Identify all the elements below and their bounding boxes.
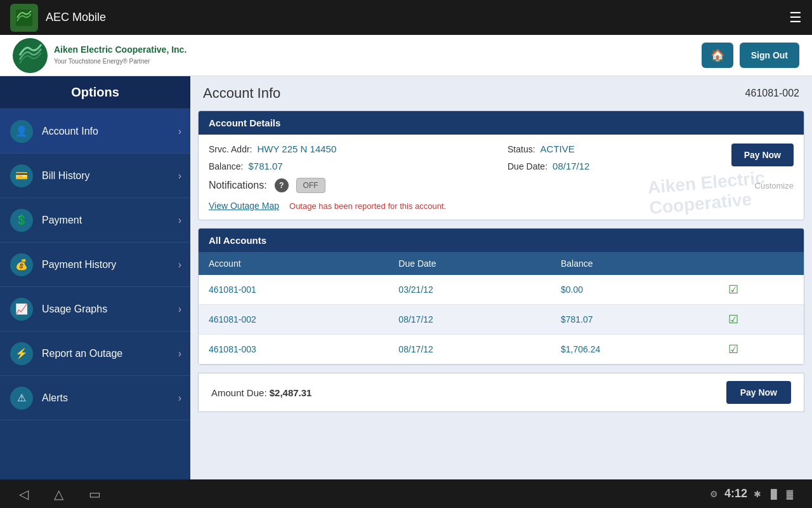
chevron-right-icon: › bbox=[178, 126, 181, 137]
checkbox-icon: ☑ bbox=[728, 283, 738, 296]
content-area: Account Info 461081-002 Account Details … bbox=[190, 76, 812, 479]
company-name: Aiken Electric Cooperative, Inc. Your To… bbox=[54, 44, 187, 67]
detail-grid: Srvc. Addr: HWY 225 N 14450 Status: ACTI… bbox=[209, 144, 794, 171]
balance-row: Balance: $781.07 bbox=[209, 161, 495, 171]
chevron-right-icon: › bbox=[178, 170, 181, 182]
due-date-label: Due Date: bbox=[508, 161, 547, 171]
check-2: ☑ bbox=[718, 305, 804, 335]
account-id-1[interactable]: 461081-001 bbox=[199, 275, 388, 305]
logo-area: Aiken Electric Cooperative, Inc. Your To… bbox=[13, 38, 187, 73]
balance-2: $781.07 bbox=[551, 305, 718, 335]
sidebar-label-bill-history: Bill History bbox=[42, 170, 90, 182]
check-1: ☑ bbox=[718, 275, 804, 305]
notifications-row: Notifications: ? OFF Customize bbox=[209, 178, 794, 193]
due-date-value: 08/17/12 bbox=[553, 161, 589, 171]
notifications-label: Notifications: bbox=[209, 180, 267, 191]
payment-icon: 💲 bbox=[10, 209, 33, 232]
checkbox-icon: ☑ bbox=[728, 313, 738, 326]
all-accounts-card: All Accounts Account Due Date Balance 46… bbox=[198, 228, 804, 365]
due-date-3: 08/17/12 bbox=[388, 335, 551, 364]
sidebar-heading: Options bbox=[0, 76, 190, 109]
alerts-icon: ⚠ bbox=[10, 387, 33, 410]
help-icon[interactable]: ? bbox=[275, 178, 289, 192]
chevron-right-icon: › bbox=[178, 348, 181, 359]
chevron-right-icon: › bbox=[178, 304, 181, 315]
account-number: 461081-002 bbox=[745, 88, 799, 99]
pay-now-button-card[interactable]: Pay Now bbox=[731, 144, 794, 166]
srvc-addr-label: Srvc. Addr: bbox=[209, 144, 252, 154]
table-row: 461081-001 03/21/12 $0.00 ☑ bbox=[199, 275, 804, 305]
sidebar-item-report-outage[interactable]: ⚡ Report an Outage › bbox=[0, 331, 190, 376]
page-title: Account Info bbox=[203, 85, 280, 102]
table-row: 461081-003 08/17/12 $1,706.24 ☑ bbox=[199, 335, 804, 364]
checkbox-icon: ☑ bbox=[728, 343, 738, 356]
col-account: Account bbox=[199, 252, 388, 275]
balance-value: $781.07 bbox=[248, 161, 282, 171]
srvc-addr-value: HWY 225 N 14450 bbox=[257, 144, 336, 154]
sidebar-label-payment-history: Payment History bbox=[42, 259, 116, 271]
sidebar-label-alerts: Alerts bbox=[42, 392, 68, 404]
main-layout: Options 👤 Account Info › 💳 Bill History … bbox=[0, 76, 812, 479]
bluetooth-icon: ✱ bbox=[754, 489, 761, 499]
sidebar: Options 👤 Account Info › 💳 Bill History … bbox=[0, 76, 190, 479]
home-button[interactable]: 🏠 bbox=[702, 43, 733, 68]
report-outage-icon: ⚡ bbox=[10, 342, 33, 365]
table-header-row: Account Due Date Balance bbox=[199, 252, 804, 275]
balance-1: $0.00 bbox=[551, 275, 718, 305]
signout-button[interactable]: Sign Out bbox=[740, 43, 799, 68]
sidebar-item-bill-history[interactable]: 💳 Bill History › bbox=[0, 154, 190, 198]
sidebar-item-alerts[interactable]: ⚠ Alerts › bbox=[0, 376, 190, 420]
sidebar-item-payment[interactable]: 💲 Payment › bbox=[0, 198, 190, 243]
srvc-addr-row: Srvc. Addr: HWY 225 N 14450 bbox=[209, 144, 495, 154]
sidebar-item-usage-graphs[interactable]: 📈 Usage Graphs › bbox=[0, 287, 190, 331]
view-outage-map-link[interactable]: View Outage Map bbox=[209, 201, 279, 211]
pay-now-button-footer[interactable]: Pay Now bbox=[726, 381, 791, 404]
amount-due-label: Amount Due: bbox=[211, 387, 267, 398]
bottom-bar: ◁ △ ▭ ⚙ 4:12 ✱ ▐▌ ▓ bbox=[0, 479, 812, 508]
sidebar-label-account-info: Account Info bbox=[42, 126, 98, 137]
outage-row: View Outage Map Outage has been reported… bbox=[209, 201, 794, 211]
usage-graphs-icon: 📈 bbox=[10, 298, 33, 321]
customize-link[interactable]: Customize bbox=[755, 181, 794, 190]
account-info-icon: 👤 bbox=[10, 120, 33, 143]
all-accounts-header: All Accounts bbox=[199, 229, 804, 252]
table-row: 461081-002 08/17/12 $781.07 ☑ bbox=[199, 305, 804, 335]
sidebar-item-payment-history[interactable]: 💰 Payment History › bbox=[0, 243, 190, 287]
status-value: ACTIVE bbox=[540, 144, 575, 154]
accounts-table: Account Due Date Balance 461081-001 03/2… bbox=[199, 252, 804, 364]
header-buttons: 🏠 Sign Out bbox=[702, 43, 799, 68]
back-button[interactable]: ◁ bbox=[19, 486, 29, 502]
hamburger-icon[interactable]: ☰ bbox=[789, 10, 802, 26]
settings-icon: ⚙ bbox=[710, 489, 718, 499]
recents-button[interactable]: ▭ bbox=[89, 486, 101, 502]
chevron-right-icon: › bbox=[178, 215, 181, 226]
amount-due-value: $2,487.31 bbox=[270, 387, 312, 398]
notifications-toggle[interactable]: OFF bbox=[296, 178, 325, 193]
col-due-date: Due Date bbox=[388, 252, 551, 275]
sidebar-label-payment: Payment bbox=[42, 215, 82, 226]
clock-display: 4:12 bbox=[724, 487, 747, 500]
top-bar: AEC Mobile ☰ bbox=[0, 0, 812, 35]
chevron-right-icon: › bbox=[178, 259, 181, 271]
balance-label: Balance: bbox=[209, 161, 243, 171]
signal-icon: ▐▌ bbox=[768, 489, 780, 499]
check-3: ☑ bbox=[718, 335, 804, 364]
col-balance: Balance bbox=[551, 252, 718, 275]
company-logo bbox=[13, 38, 48, 73]
account-id-2[interactable]: 461081-002 bbox=[199, 305, 388, 335]
due-date-2: 08/17/12 bbox=[388, 305, 551, 335]
app-logo-icon bbox=[10, 4, 38, 32]
bill-history-icon: 💳 bbox=[10, 164, 33, 187]
home-nav-button[interactable]: △ bbox=[54, 486, 63, 502]
sidebar-label-report-outage: Report an Outage bbox=[42, 348, 122, 359]
content-header: Account Info 461081-002 bbox=[190, 76, 812, 110]
sidebar-item-account-info[interactable]: 👤 Account Info › bbox=[0, 109, 190, 154]
status-label: Status: bbox=[508, 144, 535, 154]
payment-history-icon: 💰 bbox=[10, 253, 33, 276]
account-details-header: Account Details bbox=[199, 111, 804, 135]
header-bar: Aiken Electric Cooperative, Inc. Your To… bbox=[0, 35, 812, 76]
bottom-status: ⚙ 4:12 ✱ ▐▌ ▓ bbox=[710, 487, 793, 500]
account-id-3[interactable]: 461081-003 bbox=[199, 335, 388, 364]
balance-3: $1,706.24 bbox=[551, 335, 718, 364]
amount-due-text: Amount Due: $2,487.31 bbox=[211, 387, 311, 398]
